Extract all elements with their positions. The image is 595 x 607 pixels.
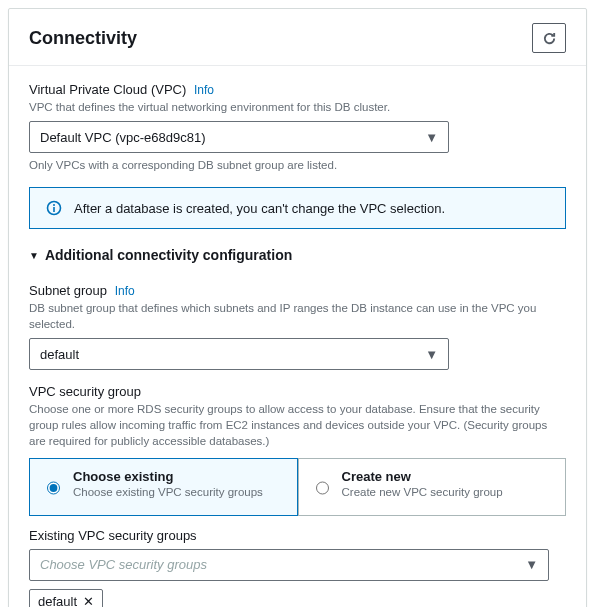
svg-point-1	[53, 204, 55, 206]
subnet-select[interactable]: default ▼	[29, 338, 449, 370]
subnet-field: Subnet group Info DB subnet group that d…	[29, 283, 566, 370]
vpc-field: Virtual Private Cloud (VPC) Info VPC tha…	[29, 82, 566, 171]
subnet-desc: DB subnet group that defines which subne…	[29, 300, 566, 332]
triangle-down-icon: ▼	[29, 250, 39, 261]
existing-sg-label: Existing VPC security groups	[29, 528, 566, 543]
sg-token-label: default	[38, 594, 77, 607]
vpc-label: Virtual Private Cloud (VPC)	[29, 82, 186, 97]
sg-radio-group: Choose existing Choose existing VPC secu…	[29, 458, 566, 516]
vpc-helper: Only VPCs with a corresponding DB subnet…	[29, 159, 566, 171]
subnet-info-link[interactable]: Info	[115, 284, 135, 298]
vpc-select[interactable]: Default VPC (vpc-e68d9c81) ▼	[29, 121, 449, 153]
sg-new-title: Create new	[342, 469, 503, 484]
existing-sg-placeholder: Choose VPC security groups	[40, 557, 207, 572]
subnet-label: Subnet group	[29, 283, 107, 298]
sg-create-new-tile[interactable]: Create new Create new VPC security group	[298, 458, 567, 516]
refresh-icon	[542, 31, 557, 46]
refresh-button[interactable]	[532, 23, 566, 53]
sg-token-default: default ✕	[29, 589, 103, 607]
connectivity-panel: Connectivity Virtual Private Cloud (VPC)…	[8, 8, 587, 607]
security-group-field: VPC security group Choose one or more RD…	[29, 384, 566, 607]
close-icon[interactable]: ✕	[83, 594, 94, 607]
additional-config-expander[interactable]: ▼ Additional connectivity configuration	[29, 247, 566, 269]
vpc-select-value: Default VPC (vpc-e68d9c81)	[40, 130, 205, 145]
sg-existing-title: Choose existing	[73, 469, 263, 484]
expander-label: Additional connectivity configuration	[45, 247, 292, 263]
subnet-select-value: default	[40, 347, 79, 362]
caret-down-icon: ▼	[425, 130, 438, 145]
vpc-change-alert: After a database is created, you can't c…	[29, 187, 566, 229]
vpc-info-link[interactable]: Info	[194, 83, 214, 97]
sg-new-desc: Create new VPC security group	[342, 486, 503, 498]
sg-choose-existing-tile[interactable]: Choose existing Choose existing VPC secu…	[29, 458, 298, 516]
panel-header: Connectivity	[9, 9, 586, 65]
svg-rect-2	[53, 207, 55, 212]
existing-sg-select[interactable]: Choose VPC security groups ▼	[29, 549, 549, 581]
vpc-desc: VPC that defines the virtual networking …	[29, 99, 566, 115]
sg-desc: Choose one or more RDS security groups t…	[29, 401, 566, 449]
caret-down-icon: ▼	[425, 347, 438, 362]
panel-title: Connectivity	[29, 28, 137, 49]
sg-existing-desc: Choose existing VPC security groups	[73, 486, 263, 498]
alert-text: After a database is created, you can't c…	[74, 201, 445, 216]
info-icon	[46, 200, 62, 216]
sg-choose-existing-radio[interactable]	[47, 471, 60, 505]
sg-label: VPC security group	[29, 384, 566, 399]
caret-down-icon: ▼	[525, 557, 538, 572]
panel-body: Virtual Private Cloud (VPC) Info VPC tha…	[9, 66, 586, 607]
sg-create-new-radio[interactable]	[316, 471, 329, 505]
